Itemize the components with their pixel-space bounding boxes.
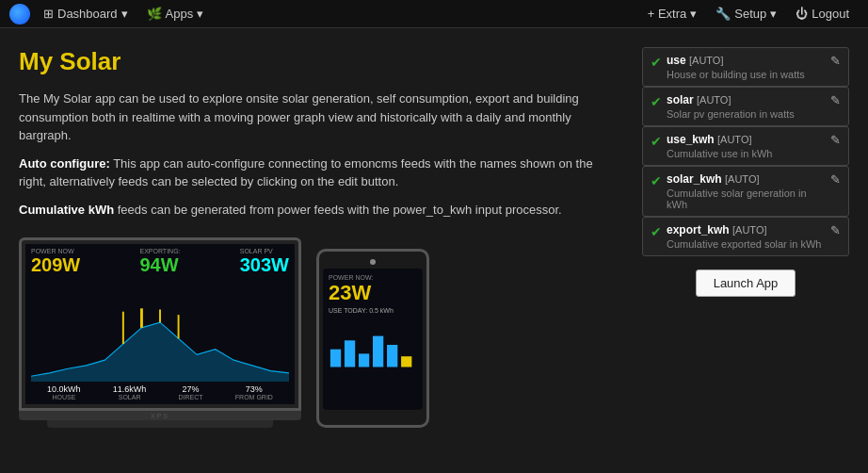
logout-label: Logout [812, 7, 849, 21]
description-3: Cumulative kWh feeds can be generated fr… [19, 201, 623, 220]
feed-edit-icon-solar_kwh[interactable]: ✎ [830, 172, 841, 187]
svg-rect-6 [330, 350, 341, 367]
feed-item-use_kwh: ✔ use_kwh [AUTO] Cumulative use in kWh ✎ [642, 126, 849, 166]
feed-auto-use_kwh: [AUTO] [717, 134, 751, 145]
setup-wrench-icon: 🔧 [715, 7, 731, 21]
nav-logout[interactable]: ⏻ Logout [786, 0, 859, 28]
feed-desc-use_kwh: Cumulative use in kWh [667, 148, 827, 159]
feed-desc-export_kwh: Cumulative exported solar in kWh [667, 238, 827, 250]
feed-edit-icon-use[interactable]: ✎ [830, 54, 841, 68]
brand [9, 4, 30, 24]
bottom-stat-grid: 73% FROM GRID [235, 384, 273, 400]
laptop-brand: XPS [151, 413, 169, 419]
svg-rect-9 [373, 336, 383, 367]
laptop-screen-wrapper: POWER NOW 209W EXPORTING: 94W SOLAR PV 3… [19, 237, 301, 411]
left-panel: My Solar The My Solar app can be used to… [19, 47, 623, 428]
feed-edit-icon-use_kwh[interactable]: ✎ [830, 133, 841, 147]
feeds-container: ✔ use [AUTO] House or building use in wa… [642, 47, 849, 256]
nav-dashboard[interactable]: ⊞ Dashboard ▾ [34, 0, 137, 28]
feed-edit-icon-export_kwh[interactable]: ✎ [830, 223, 841, 237]
feed-desc-use: House or building use in watts [667, 69, 827, 80]
laptop-screen-inner: POWER NOW 209W EXPORTING: 94W SOLAR PV 3… [25, 244, 295, 404]
images-area: POWER NOW 209W EXPORTING: 94W SOLAR PV 3… [19, 237, 623, 428]
laptop-stat-export: EXPORTING: 94W [139, 248, 180, 276]
feed-auto-export_kwh: [AUTO] [732, 224, 766, 236]
logout-power-icon: ⏻ [796, 7, 808, 21]
bottom-stat-house: 10.0kWh HOUSE [47, 384, 81, 400]
phone-sub: USE TODAY: 0.5 kWh [329, 307, 417, 314]
apps-leaf-icon: 🌿 [147, 7, 162, 21]
apps-chevron-icon: ▾ [197, 7, 203, 21]
power-value: 209W [31, 254, 80, 276]
dashboard-label: Dashboard [57, 7, 118, 21]
feed-desc-solar_kwh: Cumulative solar generation in kWh [667, 188, 827, 210]
feed-name-solar: solar [AUTO] [667, 93, 827, 106]
feed-desc-solar: Solar pv generation in watts [667, 108, 827, 120]
feed-name-use: use [AUTO] [667, 54, 827, 67]
description-1: The My Solar app can be used to explore … [19, 90, 623, 145]
laptop-mockup: POWER NOW 209W EXPORTING: 94W SOLAR PV 3… [19, 237, 301, 428]
feed-text-solar: solar [AUTO] Solar pv generation in watt… [667, 93, 827, 120]
feed-item-export_kwh: ✔ export_kwh [AUTO] Cumulative exported … [642, 217, 849, 256]
nav-extra[interactable]: + Extra ▾ [638, 0, 707, 28]
laptop-stand [47, 420, 273, 428]
laptop-stat-solar: SOLAR PV 303W [240, 248, 289, 276]
svg-rect-10 [387, 345, 397, 367]
direct-label: DIRECT [179, 394, 203, 400]
launch-app-button[interactable]: Launch App [696, 269, 796, 297]
feed-text-use_kwh: use_kwh [AUTO] Cumulative use in kWh [667, 133, 827, 159]
feed-check-icon-use: ✔ [651, 55, 662, 70]
feed-item-solar_kwh: ✔ solar_kwh [AUTO] Cumulative solar gene… [642, 166, 849, 217]
laptop-screen: POWER NOW 209W EXPORTING: 94W SOLAR PV 3… [25, 244, 295, 404]
feed-edit-icon-solar[interactable]: ✎ [830, 93, 841, 107]
feed-name-use_kwh: use_kwh [AUTO] [667, 133, 827, 146]
phone-body: POWER NOW: 23W USE TODAY: 0.5 kWh [316, 249, 429, 428]
export-value: 94W [139, 254, 180, 276]
laptop-stats: POWER NOW 209W EXPORTING: 94W SOLAR PV 3… [31, 248, 289, 276]
solar-value: 303W [240, 254, 289, 276]
navbar: ⊞ Dashboard ▾ 🌿 Apps ▾ + Extra ▾ 🔧 Setup… [0, 0, 868, 28]
svg-rect-11 [401, 356, 411, 367]
laptop-bottom-stats: 10.0kWh HOUSE 11.6kWh SOLAR 27% DIRECT [31, 384, 289, 400]
grid-label: FROM GRID [235, 394, 273, 400]
feed-auto-solar: [AUTO] [697, 94, 731, 106]
feed-check-icon-solar: ✔ [651, 94, 662, 109]
feed-item-use: ✔ use [AUTO] House or building use in wa… [642, 47, 849, 87]
export-label: EXPORTING: [139, 248, 180, 254]
cumulative-rest: feeds can be generated from power feeds … [114, 203, 562, 217]
apps-label: Apps [166, 7, 194, 21]
phone-camera [370, 259, 376, 265]
feed-name-export_kwh: export_kwh [AUTO] [667, 223, 827, 236]
feed-item-left-solar: ✔ solar [AUTO] Solar pv generation in wa… [651, 93, 827, 120]
feed-check-icon-solar_kwh: ✔ [651, 173, 662, 188]
bottom-stat-direct: 27% DIRECT [179, 384, 203, 400]
page-title: My Solar [19, 47, 623, 76]
auto-configure-bold: Auto configure: [19, 156, 110, 171]
phone-mockup: POWER NOW: 23W USE TODAY: 0.5 kWh [316, 249, 429, 428]
solar-label: SOLAR PV [240, 248, 289, 254]
feed-item-solar: ✔ solar [AUTO] Solar pv generation in wa… [642, 87, 849, 126]
setup-chevron-icon: ▾ [770, 7, 777, 21]
laptop-base: XPS [19, 411, 301, 420]
nav-setup[interactable]: 🔧 Setup ▾ [706, 0, 786, 28]
feed-item-left-use: ✔ use [AUTO] House or building use in wa… [651, 54, 827, 80]
feed-auto-use: [AUTO] [689, 55, 723, 66]
phone-screen: POWER NOW: 23W USE TODAY: 0.5 kWh [323, 269, 423, 410]
extra-label: + Extra [648, 7, 687, 21]
solar-stat-label: SOLAR [113, 394, 147, 400]
laptop-chart [31, 280, 289, 382]
feed-item-left-solar_kwh: ✔ solar_kwh [AUTO] Cumulative solar gene… [651, 172, 827, 210]
description-2: Auto configure: This app can auto-config… [19, 155, 623, 191]
feed-text-use: use [AUTO] House or building use in watt… [667, 54, 827, 80]
dashboard-chevron-icon: ▾ [121, 7, 128, 21]
svg-rect-8 [359, 353, 369, 367]
feed-check-icon-export_kwh: ✔ [651, 224, 662, 239]
navbar-right: + Extra ▾ 🔧 Setup ▾ ⏻ Logout [638, 0, 859, 28]
right-panel: ✔ use [AUTO] House or building use in wa… [642, 47, 849, 428]
dashboard-grid-icon: ⊞ [43, 7, 54, 21]
svg-rect-7 [345, 340, 355, 367]
nav-apps[interactable]: 🌿 Apps ▾ [137, 0, 214, 28]
feed-text-solar_kwh: solar_kwh [AUTO] Cumulative solar genera… [667, 172, 827, 210]
feed-name-solar_kwh: solar_kwh [AUTO] [667, 172, 827, 186]
launch-btn-wrapper: Launch App [642, 269, 849, 297]
